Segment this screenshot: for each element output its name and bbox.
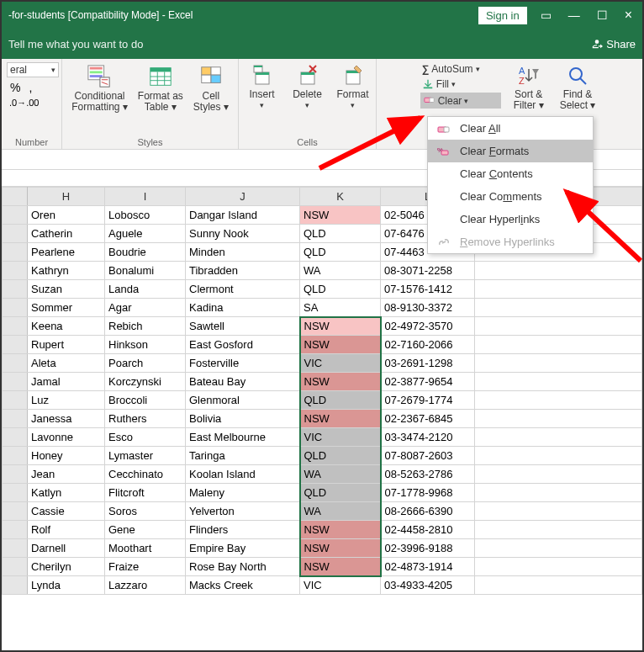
cell[interactable]: NSW [300,206,381,225]
cell[interactable]: Koolan Island [186,465,300,484]
cell[interactable]: Bateau Bay [186,373,300,391]
row-header[interactable] [3,521,28,539]
cell[interactable]: 02-2367-6845 [381,410,475,428]
cell[interactable]: Broccoli [105,391,186,410]
cell[interactable]: Soros [105,502,186,521]
cell[interactable]: Rebich [105,317,186,336]
row-header[interactable] [3,373,28,391]
cell[interactable]: Lynda [28,576,105,595]
cell[interactable]: East Melbourne [186,428,300,447]
cell[interactable]: 07-1778-9968 [381,484,475,502]
row-header[interactable] [3,336,28,354]
find-select-button[interactable]: Find & Select ▾ [557,62,599,113]
row-header[interactable] [3,262,28,280]
cell[interactable] [475,558,642,576]
cell[interactable]: 08-5263-2786 [381,465,475,484]
cell[interactable]: Kathryn [28,262,105,280]
cell[interactable]: Aguele [105,225,186,243]
cell[interactable]: Pearlene [28,243,105,262]
cell[interactable]: Moothart [105,539,186,558]
row-header[interactable] [3,558,28,576]
cell[interactable]: Fraize [105,558,186,576]
cell[interactable]: QLD [300,391,381,410]
cell[interactable] [475,447,642,465]
maximize-icon[interactable]: ☐ [594,8,611,22]
cell[interactable]: Poarch [105,354,186,373]
cell[interactable]: WA [300,262,381,280]
cell[interactable]: 07-1576-1412 [381,280,475,299]
cell[interactable]: Gene [105,521,186,539]
cell[interactable]: Kadina [186,299,300,317]
cell[interactable]: Landa [105,280,186,299]
cell[interactable]: Jamal [28,373,105,391]
cell[interactable]: Maleny [186,484,300,502]
cell[interactable] [475,428,642,447]
cell[interactable]: QLD [300,280,381,299]
share-button[interactable]: Share [591,38,636,50]
cell[interactable]: QLD [300,447,381,465]
cell[interactable]: Esco [105,428,186,447]
cell[interactable]: Fosterville [186,354,300,373]
cell[interactable]: Lymaster [105,447,186,465]
cell[interactable]: 02-4873-1914 [381,558,475,576]
cell[interactable]: Aleta [28,354,105,373]
cell[interactable]: Sommer [28,299,105,317]
cell[interactable]: Sawtell [186,317,300,336]
cell[interactable] [475,521,642,539]
cell[interactable]: WA [300,502,381,521]
number-format-dropdown[interactable]: eral ▾ [7,62,59,77]
cell[interactable]: Luz [28,391,105,410]
cell[interactable]: 02-3996-9188 [381,539,475,558]
increase-decimal-button[interactable]: .0→.00 [7,98,41,108]
cell[interactable]: 02-7160-2066 [381,336,475,354]
cell[interactable]: Janessa [28,410,105,428]
clear-formats-item[interactable]: % Clear Formats [428,140,593,162]
cell[interactable]: Cherilyn [28,558,105,576]
cell[interactable]: 02-4972-3570 [381,317,475,336]
row-header[interactable] [3,465,28,484]
percent-button[interactable]: % [7,81,24,94]
row-header[interactable] [3,317,28,336]
format-as-table-button[interactable]: Format as Table ▾ [135,62,187,114]
row-header[interactable] [3,410,28,428]
cell[interactable]: Korczynski [105,373,186,391]
cell[interactable]: 03-3474-2120 [381,428,475,447]
cell[interactable]: Flitcroft [105,484,186,502]
cell[interactable]: Glenmoral [186,391,300,410]
insert-button[interactable]: Insert▾ [241,62,283,112]
cell[interactable]: Bonalumi [105,262,186,280]
conditional-formatting-button[interactable]: Conditional Formatting ▾ [68,62,131,114]
cell[interactable]: 03-4933-4205 [381,576,475,595]
cell-styles-button[interactable]: Cell Styles ▾ [190,62,232,114]
clear-all-item[interactable]: Clear All [428,117,593,140]
cell[interactable]: Boudrie [105,243,186,262]
cell[interactable]: Sunny Nook [186,225,300,243]
cell[interactable]: Empire Bay [186,539,300,558]
cell[interactable]: QLD [300,484,381,502]
cell[interactable]: Ruthers [105,410,186,428]
row-header[interactable] [3,243,28,262]
cell[interactable]: QLD [300,225,381,243]
cell[interactable]: 07-8087-2603 [381,447,475,465]
cell[interactable]: Hinkson [105,336,186,354]
cell[interactable]: Lazzaro [105,576,186,595]
cell[interactable]: NSW [300,336,381,354]
cell[interactable]: 08-3071-2258 [381,262,475,280]
row-header-corner[interactable] [3,188,28,206]
cell[interactable]: Oren [28,206,105,225]
cell[interactable]: WA [300,465,381,484]
autosum-button[interactable]: ∑ AutoSum ▾ [420,62,501,76]
cell[interactable]: 03-2691-1298 [381,354,475,373]
column-header[interactable]: J [186,188,300,206]
row-header[interactable] [3,225,28,243]
cell[interactable] [475,410,642,428]
cell[interactable]: Clermont [186,280,300,299]
cell[interactable]: Darnell [28,539,105,558]
comma-button[interactable]: , [25,81,35,94]
cell[interactable]: SA [300,299,381,317]
cell[interactable] [475,280,642,299]
cell[interactable]: Yelverton [186,502,300,521]
sort-filter-button[interactable]: AZ Sort & Filter ▾ [508,62,550,113]
row-header[interactable] [3,539,28,558]
cell[interactable]: 02-4458-2810 [381,521,475,539]
